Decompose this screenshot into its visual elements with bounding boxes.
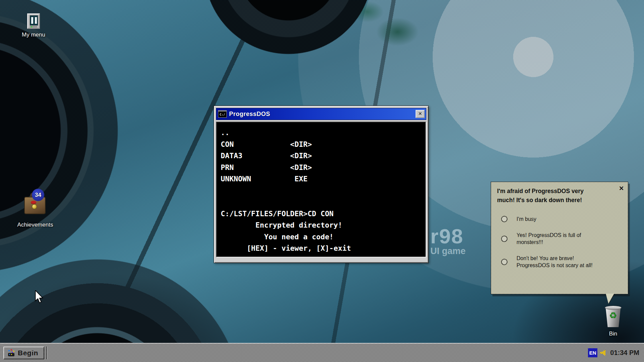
close-icon: ✕ (418, 111, 422, 116)
progressdos-titlebar[interactable]: C:/ ProgressDOS ✕ (216, 108, 426, 120)
language-indicator[interactable]: EN (588, 348, 597, 357)
briefcase-icon: 34 (23, 193, 47, 219)
trash-bin-icon: ♻ (604, 306, 622, 328)
bubble-option-busy[interactable]: I'm busy (501, 216, 628, 223)
bubble-option-monsters[interactable]: Yes! ProgressDOS is full of monsters!!! (501, 232, 628, 246)
radio-icon[interactable] (501, 259, 507, 265)
taskbar-divider (46, 347, 47, 359)
bubble-tail (606, 294, 614, 304)
recycle-icon: ♻ (604, 311, 622, 320)
my-menu-icon (27, 13, 40, 29)
desktop-icon-my-menu[interactable]: My menu (13, 13, 54, 38)
radio-icon[interactable] (501, 216, 507, 222)
wallpaper-watermark: r98 UI game (430, 227, 466, 256)
bin-label: Bin (596, 330, 630, 337)
msdos-icon: C:/ (218, 110, 227, 118)
terminal-screen[interactable]: .. CON <DIR> DATA3 <DIR> PRN <DIR> UNKNO… (216, 122, 426, 257)
speech-bubble: ✕ I'm afraid of ProgressDOS very much! I… (491, 182, 628, 294)
watermark-subtitle: UI game (430, 246, 466, 256)
close-button[interactable]: ✕ (416, 110, 425, 118)
bubble-options: I'm busy Yes! ProgressDOS is full of mon… (501, 216, 628, 269)
begin-flag-icon (8, 349, 15, 357)
watermark-title: r98 (430, 227, 466, 246)
desktop-icon-bin[interactable]: ♻ Bin (596, 306, 630, 337)
taskbar-clock[interactable]: 01:34 PM (610, 349, 639, 357)
speaker-icon[interactable] (600, 350, 607, 356)
desktop-icon-achievements[interactable]: 34 Achievements (10, 193, 60, 228)
desktop: r98 UI game My menu 34 Achievements ♻ Bi… (0, 0, 644, 362)
bubble-option-brave[interactable]: Don't be! You are brave! ProgressDOS is … (501, 255, 628, 269)
taskbar: Begin EN 01:34 PM (0, 343, 644, 362)
progressdos-window: C:/ ProgressDOS ✕ .. CON <DIR> DATA3 <DI… (214, 106, 429, 263)
achievements-count-badge: 34 (32, 189, 44, 201)
option-label: Don't be! You are brave! ProgressDOS is … (517, 255, 594, 269)
terminal-text[interactable]: .. CON <DIR> DATA3 <DIR> PRN <DIR> UNKNO… (217, 122, 426, 257)
begin-button[interactable]: Begin (3, 347, 44, 359)
bubble-message: I'm afraid of ProgressDOS very much! It'… (497, 187, 593, 205)
option-label: I'm busy (517, 216, 594, 223)
begin-label: Begin (18, 349, 38, 357)
radio-icon[interactable] (501, 236, 507, 242)
my-menu-label: My menu (13, 32, 54, 38)
achievements-label: Achievements (10, 222, 60, 228)
option-label: Yes! ProgressDOS is full of monsters!!! (517, 232, 594, 246)
window-title: ProgressDOS (229, 111, 413, 118)
system-tray: EN 01:34 PM (588, 348, 644, 357)
bubble-close-icon[interactable]: ✕ (619, 185, 624, 191)
